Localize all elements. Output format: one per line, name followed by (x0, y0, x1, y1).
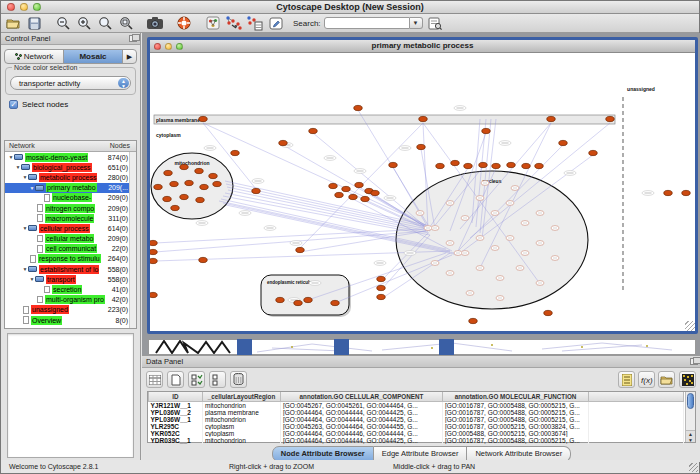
table-cell: [GO:0016787, GO:0005488, GO:0005215, G..… (443, 437, 589, 444)
search-input[interactable] (324, 17, 410, 29)
zoom-out-icon[interactable] (54, 15, 72, 32)
help-icon[interactable] (175, 15, 193, 32)
table-column-header[interactable]: annotation.GO MOLECULAR_FUNCTION (443, 392, 589, 401)
app-resize-grip[interactable] (689, 463, 698, 472)
zoom-selected-icon[interactable] (96, 15, 114, 32)
save-icon[interactable] (25, 15, 43, 32)
table-row[interactable]: YPL036W__2plasma membrane[GO:0044464, GO… (149, 409, 684, 416)
birdseye-view[interactable] (7, 333, 134, 458)
tree-row[interactable]: ▼cellular process614(0) (5, 223, 136, 233)
table-cell: [GO:0045263, GO:0044464, GO:0044455, G..… (281, 423, 443, 430)
network-canvas[interactable]: plasma membranecytoplasmmitochondrionnuc… (150, 53, 695, 331)
unselect-attributes-icon[interactable] (209, 371, 226, 388)
tree-row[interactable]: nucleobase-209(0) (5, 193, 136, 203)
network-window-titlebar[interactable]: primary metabolic process (150, 40, 695, 53)
new-attribute-icon[interactable] (167, 371, 184, 388)
tree-row[interactable]: ▼mosaic-demo-yeast874(0) (5, 152, 136, 162)
title-bar: Cytoscape Desktop (New Session) (1, 1, 699, 14)
svg-text:unassigned: unassigned (627, 86, 655, 92)
table-column-header[interactable]: _cellularLayoutRegion (203, 392, 281, 401)
network-view-window: primary metabolic process plasma membran… (147, 37, 698, 334)
search-dropdown-arrow[interactable]: ▼ (410, 17, 423, 29)
import-network-icon[interactable] (225, 15, 243, 32)
float-data-panel-icon[interactable] (690, 358, 698, 365)
node-color-dropdown[interactable]: transporter activity ▲▼ (10, 76, 131, 90)
file-icon (30, 255, 36, 263)
table-scrollbar-arrows[interactable]: ▲▼ (686, 430, 695, 442)
tree-row[interactable]: cellular metabo209(0) (5, 234, 136, 244)
tree-row-count: 22(0) (112, 245, 128, 252)
table-row[interactable]: YKR052Ccytoplasm[GO:0044464, GO:0044446,… (149, 430, 684, 437)
tree-row[interactable]: macromolecule311(0) (5, 213, 136, 223)
control-panel-header: Control Panel (1, 33, 140, 45)
network-tree-panel: Network Nodes ▼mosaic-demo-yeast874(0)▼b… (4, 140, 137, 329)
tree-row-count: 209(... (108, 184, 128, 191)
tab-network[interactable]: Network (5, 50, 64, 63)
snapshot-icon[interactable] (146, 15, 164, 32)
data-panel-title: Data Panel (146, 357, 183, 366)
zoom-fit-icon[interactable] (117, 15, 135, 32)
open-icon[interactable] (4, 15, 22, 32)
table-cell: YJR121W__1 (149, 401, 203, 409)
table-column-header[interactable]: ID (149, 392, 203, 401)
tab-overflow-arrow-icon[interactable]: ▶ (123, 50, 136, 63)
folder-icon (35, 276, 44, 282)
network-graph: plasma membranecytoplasmmitochondrionnuc… (150, 53, 695, 331)
window-resize-grip[interactable] (685, 321, 695, 331)
file-icon (23, 316, 29, 324)
file-icon (44, 286, 50, 294)
tree-row-label: establishment of lo (39, 265, 99, 274)
table-cell: [GO:0044464, GO:0044444, GO:0044425, G..… (281, 416, 443, 423)
annotation-icon[interactable] (267, 15, 285, 32)
status-welcome: Welcome to Cytoscape 2.8.1 (9, 463, 98, 470)
table-cell (589, 401, 684, 409)
node-color-dropdown-value: transporter activity (19, 79, 80, 88)
matrix-icon[interactable] (679, 371, 696, 388)
table-column-header[interactable]: annotation.GO CELLULAR_COMPONENT (281, 392, 443, 401)
data-panel-toolbar: f(x) (142, 368, 700, 391)
svg-text:endoplasmic reticulum: endoplasmic reticulum (267, 280, 316, 285)
float-panel-icon[interactable] (129, 35, 137, 42)
tree-row[interactable]: response to stimulu264(0) (5, 254, 136, 264)
tree-row[interactable]: ▼establishment of lo558(0) (5, 264, 136, 274)
tree-row[interactable]: cell communicat22(0) (5, 244, 136, 254)
table-row[interactable]: YLR295Ccytoplasm[GO:0045263, GO:0044464,… (149, 423, 684, 430)
tree-row[interactable]: multi-organism pro42(0) (5, 295, 136, 305)
table-scrollbar[interactable]: ▲▼ (685, 392, 695, 442)
tree-row[interactable]: nitrogen compo209(0) (5, 203, 136, 213)
tree-row[interactable]: secretion41(0) (5, 284, 136, 294)
search-go-icon[interactable] (426, 15, 444, 32)
tree-row[interactable]: ▼metabolic process280(0) (5, 172, 136, 182)
tree-row-count: 311(0) (108, 215, 128, 222)
tree-row[interactable]: Overview8(0) (5, 315, 136, 325)
tree-row[interactable]: ▼biological_process651(0) (5, 162, 136, 172)
tree-row[interactable]: ▼primary metabo209(... (5, 183, 136, 193)
node-color-selection-group: Node color selection transporter activit… (5, 67, 136, 95)
zoom-in-icon[interactable] (75, 15, 93, 32)
network-tab-icon (15, 53, 22, 60)
function-builder-icon[interactable]: f(x) (638, 371, 655, 388)
tree-scrollbar[interactable] (129, 152, 136, 328)
table-row[interactable]: YDR039C__1mitochondrion[GO:0044464, GO:0… (149, 437, 684, 444)
table-cell: [GO:0044464, GO:0044444, GO:0044425, G..… (281, 409, 443, 416)
table-row[interactable]: YJR121W__1mitochondrion[GO:0045267, GO:0… (149, 401, 684, 409)
tab-mosaic[interactable]: Mosaic (64, 50, 123, 63)
select-attributes-icon[interactable] (188, 371, 205, 388)
tree-row[interactable]: ▼transport558(0) (5, 274, 136, 284)
vizmapper-icon[interactable] (204, 15, 222, 32)
background-network-sketches (252, 340, 682, 354)
import-table-icon[interactable] (246, 15, 264, 32)
tree-row-label: biological_process (32, 163, 92, 172)
table-cell: YLR295C (149, 423, 203, 430)
table-scrollbar-thumb[interactable] (687, 393, 694, 409)
tab-network-label: Network (24, 50, 53, 64)
delete-attribute-icon[interactable] (230, 371, 247, 388)
attribute-table-icon[interactable] (146, 371, 163, 388)
table-cell: cytoplasm (203, 430, 281, 437)
table-row[interactable]: YPL036W__1mitochondrion[GO:0044464, GO:0… (149, 416, 684, 423)
folder-icon (28, 266, 37, 272)
tree-row[interactable]: unassigned223(0) (5, 305, 136, 315)
select-nodes-checkbox[interactable]: ✓ (9, 100, 18, 109)
import-attributes-icon[interactable] (658, 371, 675, 388)
attribute-list-icon[interactable] (618, 371, 635, 388)
